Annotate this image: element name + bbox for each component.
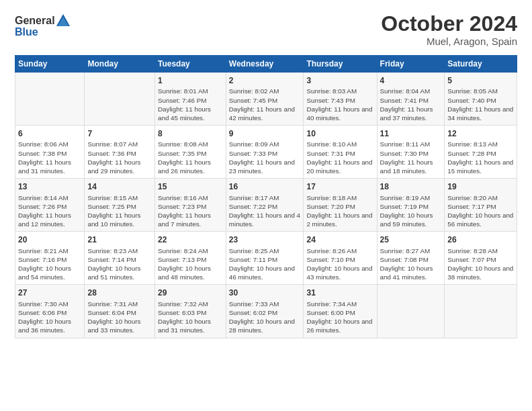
- cell-info: Sunrise: 8:16 AM Sunset: 7:23 PM Dayligh…: [158, 193, 223, 229]
- calendar-cell: 30Sunrise: 7:33 AM Sunset: 6:02 PM Dayli…: [226, 285, 304, 338]
- month-title: October 2024: [381, 12, 517, 36]
- calendar-cell: 26Sunrise: 8:28 AM Sunset: 7:07 PM Dayli…: [445, 232, 517, 285]
- cell-info: Sunrise: 8:19 AM Sunset: 7:19 PM Dayligh…: [380, 193, 442, 229]
- calendar-cell: 8Sunrise: 8:08 AM Sunset: 7:35 PM Daylig…: [154, 126, 226, 179]
- cell-info: Sunrise: 8:28 AM Sunset: 7:07 PM Dayligh…: [447, 246, 514, 282]
- logo-block: General Blue: [15, 12, 75, 42]
- calendar-cell: 20Sunrise: 8:21 AM Sunset: 7:16 PM Dayli…: [15, 232, 85, 285]
- day-number: 25: [380, 234, 442, 245]
- day-number: 12: [447, 128, 514, 139]
- cell-info: Sunrise: 8:09 AM Sunset: 7:33 PM Dayligh…: [229, 140, 301, 175]
- day-number: 7: [87, 128, 152, 139]
- cell-info: Sunrise: 8:05 AM Sunset: 7:40 PM Dayligh…: [447, 87, 514, 122]
- calendar-cell: 24Sunrise: 8:26 AM Sunset: 7:10 PM Dayli…: [304, 232, 377, 285]
- location: Muel, Aragon, Spain: [381, 36, 517, 47]
- week-row-2: 6Sunrise: 8:06 AM Sunset: 7:38 PM Daylig…: [15, 126, 517, 179]
- col-header-friday: Friday: [377, 56, 445, 73]
- calendar-cell: 3Sunrise: 8:03 AM Sunset: 7:43 PM Daylig…: [304, 73, 377, 126]
- col-header-thursday: Thursday: [304, 56, 377, 73]
- cell-info: Sunrise: 8:21 AM Sunset: 7:16 PM Dayligh…: [18, 246, 81, 282]
- cell-info: Sunrise: 8:03 AM Sunset: 7:43 PM Dayligh…: [306, 87, 373, 122]
- day-number: 3: [306, 75, 373, 86]
- calendar-cell: 16Sunrise: 8:17 AM Sunset: 7:22 PM Dayli…: [226, 179, 304, 232]
- day-number: 6: [18, 128, 81, 139]
- day-number: 31: [306, 287, 373, 298]
- cell-info: Sunrise: 8:06 AM Sunset: 7:38 PM Dayligh…: [18, 140, 81, 175]
- cell-info: Sunrise: 8:14 AM Sunset: 7:26 PM Dayligh…: [18, 193, 81, 229]
- cell-info: Sunrise: 7:32 AM Sunset: 6:03 PM Dayligh…: [158, 300, 223, 335]
- calendar-cell: 6Sunrise: 8:06 AM Sunset: 7:38 PM Daylig…: [15, 126, 85, 179]
- calendar-cell: [15, 73, 85, 126]
- cell-info: Sunrise: 8:10 AM Sunset: 7:31 PM Dayligh…: [306, 140, 373, 175]
- day-number: 13: [18, 181, 81, 192]
- calendar-cell: [445, 285, 517, 338]
- svg-text:Blue: Blue: [15, 26, 38, 38]
- calendar-cell: 13Sunrise: 8:14 AM Sunset: 7:26 PM Dayli…: [15, 179, 85, 232]
- cell-info: Sunrise: 8:20 AM Sunset: 7:17 PM Dayligh…: [447, 193, 514, 229]
- col-header-sunday: Sunday: [15, 56, 85, 73]
- cell-info: Sunrise: 8:08 AM Sunset: 7:35 PM Dayligh…: [158, 140, 223, 175]
- day-number: 17: [306, 181, 373, 192]
- calendar-cell: [377, 285, 445, 338]
- calendar-cell: 18Sunrise: 8:19 AM Sunset: 7:19 PM Dayli…: [377, 179, 445, 232]
- cell-info: Sunrise: 8:26 AM Sunset: 7:10 PM Dayligh…: [306, 246, 373, 282]
- day-number: 27: [18, 287, 81, 298]
- cell-info: Sunrise: 7:33 AM Sunset: 6:02 PM Dayligh…: [229, 300, 301, 335]
- day-number: 8: [158, 128, 223, 139]
- logo-svg: General Blue: [15, 12, 75, 39]
- col-header-saturday: Saturday: [445, 56, 517, 73]
- calendar-cell: 5Sunrise: 8:05 AM Sunset: 7:40 PM Daylig…: [445, 73, 517, 126]
- cell-info: Sunrise: 8:17 AM Sunset: 7:22 PM Dayligh…: [229, 193, 301, 229]
- calendar-cell: 9Sunrise: 8:09 AM Sunset: 7:33 PM Daylig…: [226, 126, 304, 179]
- cell-info: Sunrise: 8:11 AM Sunset: 7:30 PM Dayligh…: [380, 140, 442, 175]
- day-number: 20: [18, 234, 81, 245]
- cell-info: Sunrise: 8:24 AM Sunset: 7:13 PM Dayligh…: [158, 246, 223, 282]
- calendar-cell: 25Sunrise: 8:27 AM Sunset: 7:08 PM Dayli…: [377, 232, 445, 285]
- cell-info: Sunrise: 8:25 AM Sunset: 7:11 PM Dayligh…: [229, 246, 301, 282]
- week-row-5: 27Sunrise: 7:30 AM Sunset: 6:06 PM Dayli…: [15, 285, 517, 338]
- calendar-cell: 10Sunrise: 8:10 AM Sunset: 7:31 PM Dayli…: [304, 126, 377, 179]
- cell-info: Sunrise: 7:31 AM Sunset: 6:04 PM Dayligh…: [87, 300, 152, 335]
- calendar-cell: 27Sunrise: 7:30 AM Sunset: 6:06 PM Dayli…: [15, 285, 85, 338]
- calendar-cell: 19Sunrise: 8:20 AM Sunset: 7:17 PM Dayli…: [445, 179, 517, 232]
- calendar-cell: 23Sunrise: 8:25 AM Sunset: 7:11 PM Dayli…: [226, 232, 304, 285]
- calendar-cell: 14Sunrise: 8:15 AM Sunset: 7:25 PM Dayli…: [85, 179, 155, 232]
- calendar-cell: 29Sunrise: 7:32 AM Sunset: 6:03 PM Dayli…: [154, 285, 226, 338]
- page: General Blue October 2024 Muel, Aragon, …: [0, 0, 532, 345]
- calendar-cell: [85, 73, 155, 126]
- calendar-cell: 11Sunrise: 8:11 AM Sunset: 7:30 PM Dayli…: [377, 126, 445, 179]
- calendar-cell: 4Sunrise: 8:04 AM Sunset: 7:41 PM Daylig…: [377, 73, 445, 126]
- calendar-cell: 17Sunrise: 8:18 AM Sunset: 7:20 PM Dayli…: [304, 179, 377, 232]
- calendar-cell: 2Sunrise: 8:02 AM Sunset: 7:45 PM Daylig…: [226, 73, 304, 126]
- day-number: 24: [306, 234, 373, 245]
- day-number: 18: [380, 181, 442, 192]
- calendar-cell: 1Sunrise: 8:01 AM Sunset: 7:46 PM Daylig…: [154, 73, 226, 126]
- day-number: 14: [87, 181, 152, 192]
- week-row-1: 1Sunrise: 8:01 AM Sunset: 7:46 PM Daylig…: [15, 73, 517, 126]
- header-row: SundayMondayTuesdayWednesdayThursdayFrid…: [15, 56, 517, 73]
- logo: General Blue: [15, 12, 75, 42]
- cell-info: Sunrise: 8:27 AM Sunset: 7:08 PM Dayligh…: [380, 246, 442, 282]
- day-number: 19: [447, 181, 514, 192]
- day-number: 28: [87, 287, 152, 298]
- col-header-monday: Monday: [85, 56, 155, 73]
- day-number: 15: [158, 181, 223, 192]
- day-number: 11: [380, 128, 442, 139]
- calendar-cell: 21Sunrise: 8:23 AM Sunset: 7:14 PM Dayli…: [85, 232, 155, 285]
- day-number: 26: [447, 234, 514, 245]
- calendar-cell: 22Sunrise: 8:24 AM Sunset: 7:13 PM Dayli…: [154, 232, 226, 285]
- col-header-wednesday: Wednesday: [226, 56, 304, 73]
- calendar-cell: 15Sunrise: 8:16 AM Sunset: 7:23 PM Dayli…: [154, 179, 226, 232]
- cell-info: Sunrise: 7:30 AM Sunset: 6:06 PM Dayligh…: [18, 300, 81, 335]
- week-row-3: 13Sunrise: 8:14 AM Sunset: 7:26 PM Dayli…: [15, 179, 517, 232]
- day-number: 5: [447, 75, 514, 86]
- day-number: 30: [229, 287, 301, 298]
- svg-text:General: General: [15, 15, 55, 26]
- cell-info: Sunrise: 8:18 AM Sunset: 7:20 PM Dayligh…: [306, 193, 373, 229]
- calendar-cell: 28Sunrise: 7:31 AM Sunset: 6:04 PM Dayli…: [85, 285, 155, 338]
- header: General Blue October 2024 Muel, Aragon, …: [15, 12, 517, 47]
- day-number: 22: [158, 234, 223, 245]
- calendar-cell: 12Sunrise: 8:13 AM Sunset: 7:28 PM Dayli…: [445, 126, 517, 179]
- title-block: October 2024 Muel, Aragon, Spain: [381, 12, 517, 47]
- calendar-cell: 7Sunrise: 8:07 AM Sunset: 7:36 PM Daylig…: [85, 126, 155, 179]
